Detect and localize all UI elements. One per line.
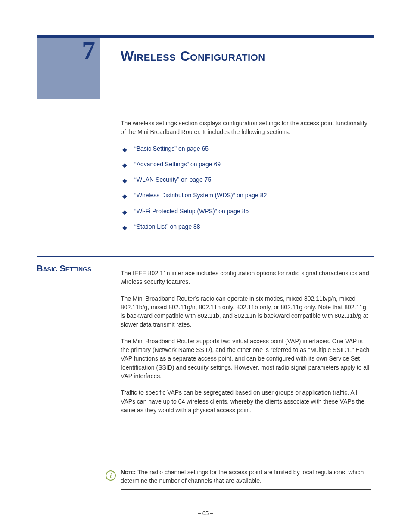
link-wds[interactable]: “Wireless Distribution System (WDS)” on … (134, 192, 267, 199)
note-rule (121, 489, 371, 490)
note-label: Note: (121, 469, 136, 476)
diamond-bullet-icon: ◆ (122, 176, 127, 185)
body-paragraph: The Mini Broadband Router’s radio can op… (121, 294, 371, 329)
list-item: ◆“Wi-Fi Protected Setup (WPS)” on page 8… (121, 207, 371, 215)
note-body: The radio channel settings for the acces… (121, 469, 364, 484)
section-body: The IEEE 802.11n interface includes conf… (121, 269, 371, 422)
body-paragraph: Traffic to specific VAPs can be segregat… (121, 388, 371, 414)
list-item: ◆“Wireless Distribution System (WDS)” on… (121, 191, 371, 199)
list-item: ◆“WLAN Security” on page 75 (121, 175, 371, 184)
diamond-bullet-icon: ◆ (122, 161, 127, 169)
intro-paragraph: The wireless settings section displays c… (121, 119, 371, 137)
link-basic-settings[interactable]: “Basic Settings” on page 65 (134, 145, 209, 152)
list-item: ◆“Basic Settings” on page 65 (121, 144, 371, 153)
section-divider (37, 256, 374, 257)
chapter-number-block: 7 (37, 38, 100, 99)
info-icon: i (106, 470, 116, 481)
chapter-title: Wireless Configuration (121, 48, 265, 64)
chapter-number: 7 (82, 35, 95, 66)
link-wps[interactable]: “Wi-Fi Protected Setup (WPS)” on page 85 (134, 208, 249, 215)
section-heading: Basic Settings (37, 264, 91, 274)
diamond-bullet-icon: ◆ (122, 208, 127, 216)
page: 7 Wireless Configuration The wireless se… (0, 0, 411, 532)
note-rule (121, 464, 371, 464)
intro-content: The wireless settings section displays c… (121, 119, 371, 241)
note-text: Note: The radio channel settings for the… (121, 468, 371, 485)
list-item: ◆“Station List” on page 88 (121, 222, 371, 231)
body-paragraph: The IEEE 802.11n interface includes conf… (121, 269, 371, 286)
diamond-bullet-icon: ◆ (122, 223, 127, 232)
section-links: ◆“Basic Settings” on page 65 ◆“Advanced … (121, 144, 371, 231)
link-advanced-settings[interactable]: “Advanced Settings” on page 69 (134, 161, 221, 168)
page-number: – 65 – (0, 510, 411, 516)
list-item: ◆“Advanced Settings” on page 69 (121, 160, 371, 168)
link-wlan-security[interactable]: “WLAN Security” on page 75 (134, 176, 211, 183)
diamond-bullet-icon: ◆ (122, 145, 127, 154)
link-station-list[interactable]: “Station List” on page 88 (134, 223, 200, 230)
body-paragraph: The Mini Broadband Router supports two v… (121, 337, 371, 380)
note-block: Note: The radio channel settings for the… (121, 464, 371, 490)
diamond-bullet-icon: ◆ (122, 192, 127, 200)
